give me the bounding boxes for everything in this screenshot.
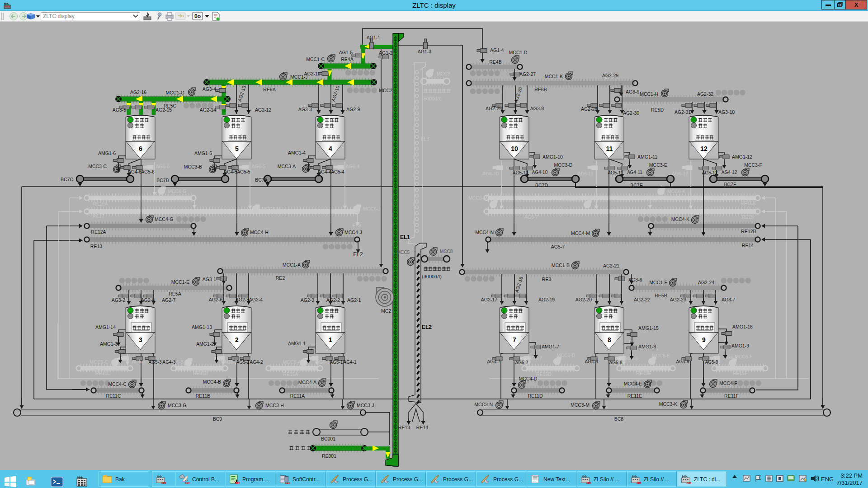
svg-text:RE5B: RE5B [655,293,667,298]
svg-text:11: 11 [606,145,613,152]
svg-text:AG2-32: AG2-32 [697,91,713,97]
svg-text:EL2: EL2 [353,251,363,258]
svg-text:AMG1-10: AMG1-10 [542,154,563,160]
svg-text:AG3-3: AG3-3 [298,107,312,112]
svg-text:RE15B: RE15B [193,371,208,376]
svg-text:RE11F: RE11F [724,393,739,399]
svg-text:AG3-4: AG3-4 [203,86,217,92]
svg-text:RE15E: RE15E [636,371,651,376]
svg-text:RE17: RE17 [93,213,104,219]
svg-text:1: 1 [329,336,332,343]
svg-text:AG2-11: AG2-11 [304,71,321,76]
svg-text:MCC6-N: MCC6-N [563,197,581,202]
svg-text:RE6A: RE6A [263,87,275,92]
svg-text:AG5-1: AG5-1 [330,360,343,365]
svg-text:AMG1-4: AMG1-4 [288,150,306,155]
svg-text:RE15D: RE15D [536,371,552,377]
svg-text:AG2-13: AG2-13 [236,85,247,102]
svg-text:RE2: RE2 [276,275,285,281]
svg-text:AG6-7: AG6-7 [524,214,538,220]
svg-text:MCC4-E: MCC4-E [624,381,642,386]
svg-text:AG2-22: AG2-22 [634,297,650,302]
svg-text:AG2-5: AG2-5 [236,297,250,302]
svg-text:MCC4-J: MCC4-J [344,230,362,235]
svg-text:AG6-12: AG6-12 [672,171,688,176]
svg-text:AMG1-9: AMG1-9 [731,343,749,348]
svg-text:MCC1-K: MCC1-K [545,74,563,79]
svg-text:AG5-9: AG5-9 [705,360,718,365]
svg-text:ABS: ABS [637,482,641,484]
svg-text:AG3-6: AG3-6 [628,277,642,282]
svg-text:MCC3-C: MCC3-C [88,164,107,169]
svg-text:ABS: ABS [285,482,290,484]
svg-text:RE12A: RE12A [91,229,106,235]
svg-text:8: 8 [608,336,611,343]
svg-text:AG5-11: AG5-11 [608,170,623,175]
svg-text:AG2-19: AG2-19 [538,297,555,302]
svg-text:MCC6-K: MCC6-K [667,188,685,194]
svg-text:5: 5 [235,145,239,152]
svg-text:AG2-26: AG2-26 [513,86,523,103]
svg-text:RE11D: RE11D [528,393,542,399]
svg-text:RE15F: RE15F [733,371,748,376]
svg-text:AG5-5: AG5-5 [237,169,250,174]
svg-text:AG6-5: AG6-5 [252,164,266,169]
svg-text:7: 7 [513,336,516,343]
svg-text:AG5-4: AG5-4 [331,169,344,174]
svg-text:MCC9: MCC9 [437,71,450,76]
svg-text:3: 3 [139,336,142,343]
svg-text:AG2-25: AG2-25 [486,106,502,111]
svg-text:0o: 0o [194,13,201,19]
svg-text:RE13: RE13 [90,244,102,249]
svg-text:MCC4-M: MCC4-M [571,230,590,236]
svg-text:RE4B: RE4B [489,59,501,65]
svg-text:ABS: ABS [586,482,591,484]
svg-text:AG3-2: AG3-2 [112,297,126,303]
svg-text:MCC3-D: MCC3-D [554,162,573,168]
svg-text:AG2-31: AG2-31 [675,109,691,115]
svg-text:AG2-23: AG2-23 [670,297,686,302]
svg-text:BC7E: BC7E [630,183,642,188]
svg-text:MCC6-C: MCC6-C [90,359,108,365]
svg-text:AG6-3: AG6-3 [132,359,146,364]
svg-text:AG6-4: AG6-4 [346,164,360,169]
svg-text:AG5-6: AG5-6 [142,169,155,174]
svg-text:AG2-30: AG2-30 [623,110,639,116]
svg-text:RE11C: RE11C [106,393,121,399]
svg-text:3:22 PM: 3:22 PM [841,472,863,479]
svg-text:MCC1-C: MCC1-C [306,56,325,62]
svg-text:AMG1-8: AMG1-8 [638,344,656,349]
svg-text:ABS: ABS [235,482,240,484]
svg-text:BC9: BC9 [213,416,222,422]
svg-text:AG4-12: AG4-12 [722,170,737,175]
svg-text:MCC6-J: MCC6-J [363,206,381,211]
svg-text:MC2: MC2 [381,308,391,314]
svg-text:RE3: RE3 [542,277,552,282]
svg-text:MCC3-A: MCC3-A [278,164,296,169]
svg-text:MCC3-E: MCC3-E [649,162,667,168]
svg-text:AG3-8: AG3-8 [530,106,544,111]
svg-text:MCC3-N: MCC3-N [474,402,493,407]
svg-text:7/31/2017: 7/31/2017 [836,479,863,486]
svg-text:AG5-8: AG5-8 [609,360,623,365]
svg-text:AG1-5: AG1-5 [339,50,353,55]
svg-text:EL2: EL2 [422,324,432,330]
svg-text:AG4-4: AG4-4 [318,169,331,174]
svg-text:MCC1-E: MCC1-E [171,279,189,285]
svg-text:AG5-10: AG5-10 [513,170,528,175]
svg-text:MCC3-B: MCC3-B [184,164,202,169]
svg-text:AG1-1: AG1-1 [367,35,381,40]
svg-text:MCC2: MCC2 [379,88,392,93]
svg-text:AMG1-3: AMG1-3 [100,341,118,347]
svg-text:RE5D: RE5D [651,107,664,113]
svg-text:10: 10 [511,145,518,152]
svg-text:AG2-2: AG2-2 [326,297,340,303]
svg-text:MCC6-G: MCC6-G [168,188,186,194]
svg-text:AG2-17: AG2-17 [481,297,497,302]
svg-text:MCC4-F: MCC4-F [719,380,737,386]
svg-text:ABS: ABS [687,482,691,484]
svg-text:9: 9 [702,336,706,343]
svg-text:4: 4 [329,145,332,152]
svg-text:AG3-5: AG3-5 [113,107,127,113]
svg-text:AG2-6: AG2-6 [209,297,223,302]
